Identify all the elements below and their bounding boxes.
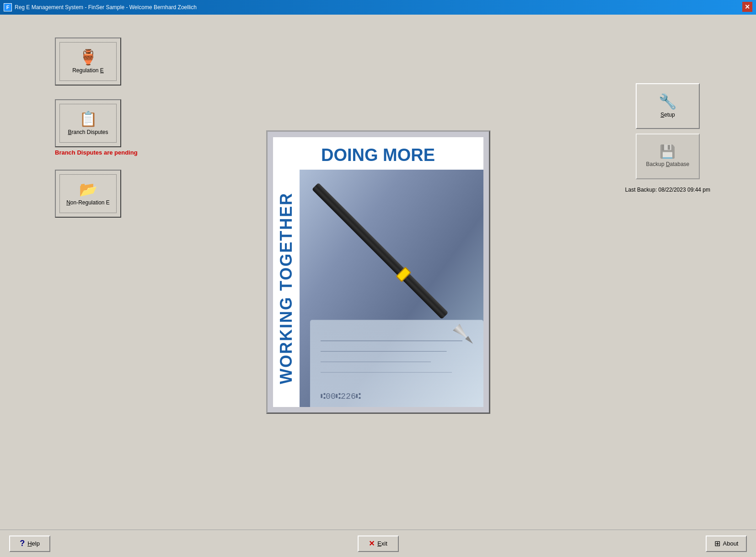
bottom-bar: ? Help ✕ Exit ⊞ About <box>0 530 756 557</box>
clipboard-icon: 📋 <box>79 112 97 126</box>
treasure-icon: 🏺 <box>79 50 97 64</box>
bottom-right: ⊞ About <box>706 536 747 552</box>
banner-inner: DOING MORE WORKING TOGETHER <box>273 137 483 407</box>
app-icon: F <box>4 3 12 11</box>
regulation-e-button[interactable]: 🏺 Regulation E <box>55 37 121 86</box>
non-regulation-e-label: Non-Regulation E <box>66 199 110 206</box>
exit-label: Exit <box>377 540 387 547</box>
title-bar-text: Reg E Management System - FinSer Sample … <box>15 4 752 11</box>
folder-arrow-icon: 📂 <box>79 182 97 197</box>
about-icon: ⊞ <box>714 539 720 548</box>
right-panel: 🔧 Setup 💾 Backup Database Last Backup: 0… <box>625 83 710 193</box>
close-button[interactable]: ✕ <box>742 2 752 12</box>
regulation-e-container: 🏺 Regulation E <box>55 37 138 86</box>
help-label: Help <box>27 540 40 547</box>
about-label: About <box>723 540 739 547</box>
title-bar: F Reg E Management System - FinSer Sampl… <box>0 0 756 15</box>
banner-side-text: WORKING TOGETHER <box>273 170 300 407</box>
pending-text: Branch Disputes are pending <box>55 149 138 156</box>
banner-photo: ⑆00⑆226⑆ <box>300 170 483 407</box>
banner-image-area: WORKING TOGETHER <box>273 170 483 407</box>
center-banner: DOING MORE WORKING TOGETHER <box>266 130 490 414</box>
banner-photo-svg: ⑆00⑆226⑆ <box>300 170 483 407</box>
about-button[interactable]: ⊞ About <box>706 536 747 552</box>
svg-text:⑆00⑆226⑆: ⑆00⑆226⑆ <box>320 392 360 402</box>
branch-disputes-button[interactable]: 📋 Branch Disputes <box>55 99 121 147</box>
backup-database-button[interactable]: 💾 Backup Database <box>636 134 700 179</box>
setup-button[interactable]: 🔧 Setup <box>636 83 700 129</box>
branch-disputes-label: Branch Disputes <box>68 129 108 135</box>
tools-icon: 🔧 <box>659 94 677 109</box>
backup-database-label: Backup Database <box>646 161 690 167</box>
regulation-e-label: Regulation E <box>72 67 104 74</box>
setup-label: Setup <box>660 112 675 118</box>
bottom-center: ✕ Exit <box>358 536 399 552</box>
database-icon: 💾 <box>659 145 676 158</box>
banner-top-text: DOING MORE <box>273 137 483 170</box>
exit-icon: ✕ <box>369 539 375 548</box>
exit-button[interactable]: ✕ Exit <box>358 536 399 552</box>
left-panel: 🏺 Regulation E 📋 Branch Disputes Branch … <box>55 37 138 218</box>
branch-disputes-container: 📋 Branch Disputes Branch Disputes are pe… <box>55 99 138 156</box>
non-regulation-e-container: 📂 Non-Regulation E <box>55 170 138 218</box>
main-content: 🏺 Regulation E 📋 Branch Disputes Branch … <box>0 15 756 530</box>
last-backup-text: Last Backup: 08/22/2023 09:44 pm <box>625 187 710 193</box>
help-icon: ? <box>20 539 25 548</box>
help-button[interactable]: ? Help <box>9 536 50 552</box>
non-regulation-e-button[interactable]: 📂 Non-Regulation E <box>55 170 121 218</box>
